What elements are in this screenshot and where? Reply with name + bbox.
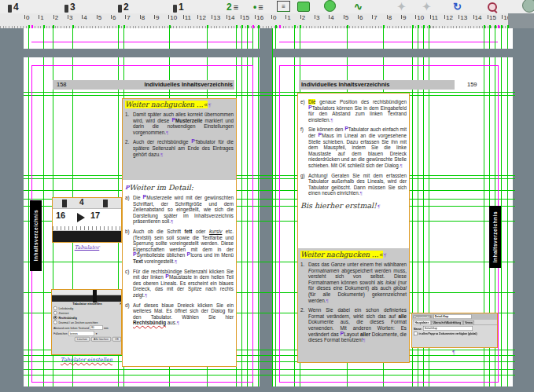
- ruler-number: 15: [242, 14, 249, 21]
- ruler-tick: [401, 15, 402, 19]
- rectangle-frame-icon[interactable]: [297, 0, 310, 13]
- ruler-number: 11: [432, 14, 438, 21]
- ruler-number: 9: [403, 14, 406, 21]
- list-item: 2.Wenn Sie dabei ein schon definiertes F…: [300, 307, 407, 344]
- guide-line-vertical: [501, 57, 502, 387]
- style-dialog-tab: Hauptdaten: [413, 321, 431, 324]
- ellipse-frame-icon[interactable]: [324, 0, 336, 13]
- list-item: d)Auf dieses blaue Dreieck klicken Sie e…: [125, 302, 234, 327]
- ruler-tick: [68, 15, 68, 19]
- ruler-number: 6: [359, 14, 363, 21]
- ruler-tick: [473, 15, 474, 19]
- style-dialog-tab: Verwa: [463, 321, 474, 324]
- text-frame-icon[interactable]: ≡: [277, 0, 290, 13]
- script-heading-weiter-im-detail: PWeiter im Detail:: [125, 183, 234, 192]
- numbered-list-icon[interactable]: 2≡: [226, 0, 238, 13]
- ruler-number: 1: [40, 14, 43, 21]
- style-dialog-checkbox-row: in allen Papyrus Dokumenten verfügbar (g…: [414, 332, 497, 336]
- ruler-number: 11: [185, 14, 191, 21]
- flash-icon-disabled-2[interactable]: ✦: [422, 0, 431, 13]
- bezier-curve-icon[interactable]: ∿: [354, 0, 363, 13]
- guide-line-vertical: [53, 28, 53, 49]
- ruler-number-16: 16: [56, 211, 65, 220]
- ruler-number: 2: [55, 14, 58, 21]
- guide-line-vertical: [252, 28, 253, 49]
- image-frame-style-dialog[interactable]: Formatwahl: Detail-Kap HauptdatenÜbersch…: [411, 313, 498, 348]
- ruler-number: 4: [330, 14, 333, 21]
- ruler-tick: [140, 15, 141, 19]
- dialog-button: OK: [112, 337, 121, 342]
- ruler-tick: [53, 15, 54, 19]
- page-number-right: 159: [467, 80, 477, 90]
- ruler-number: 12: [446, 14, 453, 21]
- ruler-tick: [24, 15, 25, 19]
- ruler-number: 15: [489, 14, 496, 21]
- ruler-number: 7: [127, 14, 130, 21]
- ruler-tick: [300, 15, 301, 19]
- list-item: g)Achtung! Geraten Sie mit dem erfassten…: [300, 173, 407, 197]
- register-tab-left: Inhaltsverzeichnis: [30, 200, 42, 271]
- ruler-tick: [315, 15, 315, 19]
- ruler-number: 0: [26, 14, 29, 21]
- image-frame-tab-dialog[interactable]: Tabulator einstellen✕ LinksbündigZentrie…: [51, 289, 122, 355]
- rotate-tool-icon[interactable]: ↻: [453, 0, 462, 13]
- bullet-list-icon[interactable]: •≡: [253, 0, 263, 13]
- ruler-tick: [82, 15, 83, 19]
- ruler-tick: [255, 15, 256, 19]
- ruler-number: 13: [213, 14, 220, 21]
- ruler-number: 12: [199, 14, 206, 21]
- text-frame-right[interactable]: e)Die genaue Position des rechtsbündigen…: [297, 93, 410, 363]
- guide-line-vertical: [423, 28, 424, 49]
- clipped-tool-icon[interactable]: [522, 0, 534, 13]
- dialog-fill-row: Füllzeichen keines ▾: [53, 332, 121, 336]
- ruler-number: 14: [228, 14, 235, 21]
- style-dialog-name-row: Name: Detail-Kap: [414, 324, 497, 331]
- outline-level-3-button[interactable]: 3: [64, 0, 75, 13]
- ruler-number: 8: [389, 14, 392, 21]
- ruler-tick: [387, 15, 388, 19]
- ruler-number: 6: [112, 14, 116, 21]
- list-item: 1.Dass das Ganze unter einem frei wählba…: [300, 262, 407, 304]
- guide-line-vertical: [429, 28, 429, 49]
- ruler-tick: [329, 15, 330, 19]
- ruler-number: 5: [98, 14, 101, 21]
- ruler-number: 1: [287, 14, 290, 21]
- screenshot-ruler-strip: 16 17: [53, 209, 121, 231]
- image-frame-ruler-screenshot[interactable]: 4 16 17: [52, 197, 122, 243]
- guide-line-vertical: [489, 28, 490, 49]
- guide-line-vertical: [28, 57, 29, 387]
- register-tab-right-label: Inhaltsverzeichnis: [492, 211, 498, 262]
- text-frame-left[interactable]: Weiter nachgucken ...«¶ 1.Damit später a…: [122, 98, 237, 367]
- ruler-tick: [271, 15, 272, 19]
- ruler-tick: [502, 15, 503, 19]
- horizontal-ruler[interactable]: 0123456789101112131415160123456789101112…: [0, 13, 534, 29]
- outline-level-1-button[interactable]: 1: [173, 0, 184, 13]
- guide-line-vertical: [28, 28, 29, 49]
- guide-line-vertical: [123, 28, 124, 49]
- flash-icon-disabled-1[interactable]: ✦: [397, 0, 406, 13]
- ruler-tick: [168, 15, 169, 19]
- style-dialog-header: Formatwahl: Detail-Kap: [412, 313, 498, 320]
- screenshot-number-4: 4: [79, 198, 84, 207]
- style-dialog-tab: Überschrift/Aufzählung: [431, 321, 463, 324]
- ruler-tick: [97, 15, 98, 19]
- ruler-tick: [344, 15, 344, 19]
- outline-level-2-button[interactable]: 2: [118, 0, 129, 13]
- ruler-number: 7: [374, 14, 377, 21]
- white-block-left: PWeiter im Detail: a)Die PMusterzeile wi…: [123, 180, 236, 366]
- outline-level-4-button[interactable]: 4: [8, 0, 19, 13]
- list-item: e)Die genaue Position des rechtsbündigen…: [300, 99, 407, 123]
- zoom-tool-icon[interactable]: [488, 0, 497, 13]
- dialog-fill-select: keines: [68, 332, 94, 336]
- ruler-tick: [241, 15, 241, 19]
- guide-line-vertical: [43, 28, 44, 49]
- guide-line-vertical: [236, 28, 237, 49]
- ruler-tick: [430, 15, 431, 19]
- guide-line-vertical: [412, 28, 413, 49]
- ruler-tick: [125, 15, 126, 19]
- ruler-tick: [285, 15, 286, 19]
- guide-line-vertical: [383, 28, 384, 49]
- guide-line-vertical: [258, 57, 259, 387]
- lettered-list-left: a)Die PMusterzeile wird mit der gewünsch…: [125, 195, 234, 327]
- ruler-number: 3: [316, 14, 319, 21]
